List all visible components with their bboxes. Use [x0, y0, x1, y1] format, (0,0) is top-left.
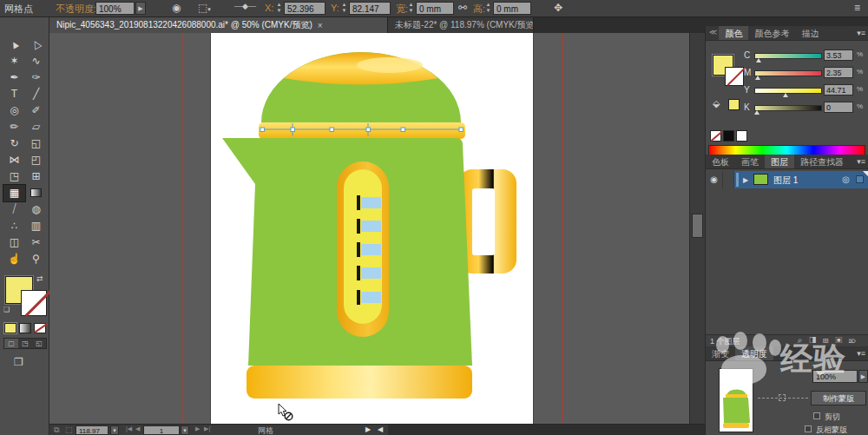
zoom-level-box[interactable]: 118.97 [76, 425, 108, 435]
yellow-slider-knob[interactable] [783, 93, 788, 97]
free-transform-tool[interactable]: ◰ [25, 152, 47, 168]
close-icon[interactable]: × [318, 21, 323, 30]
panel-stroke-swatch[interactable] [725, 67, 744, 86]
clip-checkbox[interactable] [813, 412, 820, 419]
artboard-tool[interactable]: ◫ [3, 234, 25, 251]
direct-selection-tool[interactable]: ▷ [25, 36, 47, 53]
slice-tool[interactable]: ✂ [25, 234, 47, 251]
none-button[interactable] [34, 323, 46, 333]
yellow-slider[interactable] [754, 88, 822, 94]
x-stepper[interactable]: ▲▼ [275, 2, 283, 15]
mesh-tool[interactable]: ▦ [3, 185, 25, 201]
width-input[interactable]: 0 mm [416, 2, 454, 15]
eraser-tool[interactable]: ▱ [25, 119, 47, 135]
paintbrush-tool[interactable]: ✐ [25, 102, 47, 119]
layer-row-selection[interactable]: ▶ 图层 1 ◎ [734, 171, 868, 188]
swap-fill-stroke-icon[interactable]: ⇄ [36, 274, 43, 283]
transparency-panel-menu-icon[interactable]: ▾≡ [857, 349, 865, 358]
magenta-slider-knob[interactable] [755, 76, 760, 80]
canvas-area[interactable] [49, 33, 689, 424]
tab-color-guide[interactable]: 颜色参考 [748, 26, 795, 40]
curvature-tool[interactable]: ✑ [25, 69, 47, 86]
tab-brushes[interactable]: 画笔 [735, 155, 765, 168]
default-fill-stroke-icon[interactable]: ❏ [3, 306, 10, 313]
opacity-input[interactable]: 100% [95, 2, 135, 15]
vertical-scrollbar[interactable] [689, 33, 705, 424]
height-stepper[interactable]: ▲▼ [484, 2, 492, 15]
transform-icon[interactable]: ✥ [554, 2, 562, 14]
symbol-sprayer-tool[interactable]: ∴ [3, 218, 25, 234]
selection-style-icon[interactable]: ⬚▾ [198, 2, 211, 14]
stroke-profile-icon[interactable]: —◆— [234, 2, 256, 10]
tab-color[interactable]: 颜色 [719, 26, 748, 40]
next-artboard-icon[interactable]: ▶ [195, 425, 200, 432]
panel-menu-icon[interactable]: ≡ [854, 2, 860, 14]
column-graph-tool[interactable]: ▥ [25, 218, 47, 234]
draw-inside-icon[interactable]: ◱ [32, 339, 46, 348]
screen-mode-icon[interactable]: ❐ [14, 356, 23, 368]
tab-stroke[interactable]: 描边 [795, 26, 825, 40]
y-stepper[interactable]: ▲▼ [340, 2, 348, 15]
layers-panel-menu-icon[interactable]: ▾≡ [857, 157, 865, 166]
zoom-dropdown-icon[interactable]: ▼ [110, 425, 119, 435]
opacity-label[interactable]: 不透明度: [56, 3, 96, 16]
recolor-artwork-icon[interactable]: ◉ [172, 2, 181, 14]
closest-web-color-swatch[interactable] [728, 99, 740, 110]
magenta-slider[interactable] [754, 70, 822, 76]
black-slider[interactable] [754, 105, 822, 111]
layer-thumbnail[interactable] [753, 174, 768, 185]
expand-triangle-icon[interactable]: ▶ [743, 176, 748, 184]
horizontal-scrollbar[interactable] [388, 425, 705, 435]
vertical-scrollbar-thumb[interactable] [692, 214, 703, 238]
draw-normal-icon[interactable]: ▢ [4, 339, 18, 348]
selection-tool[interactable]: ► [3, 36, 25, 53]
last-artboard-icon[interactable]: ▶| [204, 425, 210, 432]
status-icon-1[interactable]: ⧉ [54, 425, 59, 435]
color-panel-menu-icon[interactable]: ▾≡ [857, 29, 865, 37]
shape-builder-tool[interactable]: ◳ [3, 168, 25, 185]
layers-footer-icons[interactable]: ⌕◨⊞▣⌦ [798, 335, 863, 346]
opacity-dropdown-icon[interactable]: ▶ [135, 2, 146, 15]
stroke-color-swatch[interactable] [21, 290, 47, 316]
lock-column[interactable] [723, 171, 734, 188]
rotate-tool[interactable]: ↻ [3, 135, 25, 152]
width-tool[interactable]: ⋈ [3, 152, 25, 168]
lasso-tool[interactable]: ∿ [25, 53, 47, 69]
black-value-input[interactable]: 0 [824, 102, 853, 113]
none-swatch[interactable] [710, 130, 721, 142]
type-tool[interactable]: T [3, 86, 25, 102]
line-tool[interactable]: ╱ [25, 86, 47, 102]
x-input[interactable]: 52.396 mm [284, 2, 326, 15]
yellow-value-input[interactable]: 44.71 [824, 84, 853, 96]
layer-name[interactable]: 图层 1 [773, 175, 798, 187]
layer-row[interactable]: ◉ ▶ 图层 1 ◎ [706, 171, 868, 188]
tab-gradient[interactable]: 渐变 [706, 346, 735, 360]
ellipse-tool[interactable]: ◎ [3, 102, 25, 119]
document-tab-2[interactable]: 未标题-22* @ 118.97% (CMYK/预览) × [388, 17, 534, 33]
status-icon-2[interactable]: ⬚ [65, 425, 73, 434]
draw-behind-icon[interactable]: ◳ [18, 339, 32, 348]
gradient-tool[interactable] [25, 185, 47, 201]
hscroll-right-arrow-icon[interactable]: ◀ [378, 425, 383, 433]
width-stepper[interactable]: ▲▼ [407, 2, 415, 15]
transparency-opacity-dropdown-icon[interactable]: ▶ [858, 370, 868, 383]
black-swatch[interactable] [723, 130, 734, 142]
collapse-panel-icon[interactable]: ≪ [706, 26, 719, 40]
kettle-base[interactable] [247, 366, 472, 399]
tab-transparency[interactable]: 透明度 [735, 346, 773, 360]
perspective-grid-tool[interactable]: ⊞ [25, 168, 47, 185]
prev-artboard-icon[interactable]: ◀ [135, 425, 140, 432]
make-mask-button[interactable]: 制作蒙版 [811, 391, 866, 405]
magic-wand-tool[interactable]: ✶ [3, 53, 25, 69]
magenta-value-input[interactable]: 2.35 [824, 67, 853, 78]
tab-layers[interactable]: 图层 [765, 155, 794, 168]
document-tab-1[interactable]: Nipic_4056343_20190813220426088000.ai* @… [49, 17, 388, 33]
blend-tool[interactable]: ◍ [25, 201, 47, 218]
pencil-tool[interactable]: ✏ [3, 119, 25, 135]
black-slider-knob[interactable] [754, 110, 760, 115]
invert-mask-checkbox[interactable] [805, 425, 812, 432]
hscroll-left-arrow-icon[interactable]: ▶ [365, 425, 371, 433]
scale-tool[interactable]: ◱ [25, 135, 47, 152]
artboard-dropdown-icon[interactable]: ▼ [181, 425, 189, 435]
visibility-eye-icon[interactable]: ◉ [706, 171, 723, 188]
